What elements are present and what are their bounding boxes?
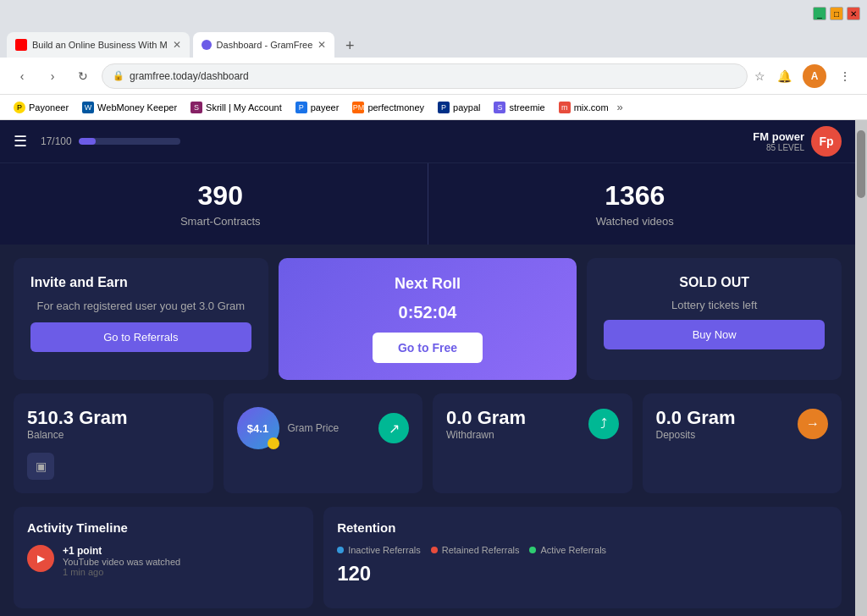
cards-section: Invite and Earn For each registered user… xyxy=(0,245,855,393)
new-tab-button[interactable]: + xyxy=(338,34,362,58)
bookmark-skrill[interactable]: S Skrill | My Account xyxy=(185,100,287,115)
close-button[interactable]: ✕ xyxy=(847,7,860,20)
legend-retained: Retained Referrals xyxy=(431,545,520,555)
mix-icon: m xyxy=(559,102,571,113)
bookmark-payeer-label: payeer xyxy=(311,102,340,113)
minimize-button[interactable]: _ xyxy=(813,7,826,20)
bookmark-perfectmoney[interactable]: PM perfectmoney xyxy=(347,100,429,115)
forward-button[interactable]: › xyxy=(41,64,64,88)
balance-label: Balance xyxy=(27,429,128,441)
stats-row: 390 Smart-Contracts 1366 Watched videos xyxy=(0,162,855,245)
tab-youtube-close[interactable]: ✕ xyxy=(173,39,181,51)
go-to-referrals-button[interactable]: Go to Referrals xyxy=(30,322,251,352)
bookmark-mix-label: mix.com xyxy=(574,102,609,113)
bookmark-pm-label: perfectmoney xyxy=(367,102,424,113)
fm-power-text: FM power 85 LEVEL xyxy=(753,130,804,152)
lock-icon: 🔒 xyxy=(113,70,124,81)
bookmark-paypal-label: paypal xyxy=(453,102,480,113)
sold-out-card: SOLD OUT Lottery tickets left Buy Now xyxy=(587,258,842,380)
stat-watched-videos: 1366 Watched videos xyxy=(428,163,842,245)
bookmark-payeer[interactable]: P payeer xyxy=(290,100,345,115)
go-to-free-button[interactable]: Go to Free xyxy=(373,333,483,363)
active-dot xyxy=(529,547,536,553)
bookmark-paypal[interactable]: P paypal xyxy=(433,100,485,115)
stat-smart-contracts: 390 Smart-Contracts xyxy=(14,163,428,245)
fm-power-level: 85 LEVEL xyxy=(753,143,804,152)
deposits-amount: 0.0 Gram xyxy=(656,407,736,429)
back-button[interactable]: ‹ xyxy=(10,64,34,88)
deposits-card: 0.0 Gram Deposits → xyxy=(643,393,842,493)
tab-youtube[interactable]: Build an Online Business With M ✕ xyxy=(7,32,190,58)
gram-price-amount: $4.1 xyxy=(247,422,268,435)
bookmark-payoneer[interactable]: P Payoneer xyxy=(8,100,74,115)
top-nav: ☰ 17/100 FM power 85 LEVEL Fp xyxy=(0,120,855,162)
gram-price-label: Gram Price xyxy=(288,422,340,434)
gram-price-card: $4.1 Gram Price ↗ xyxy=(224,393,423,493)
tab-gramfree-label: Dashboard - GramFree xyxy=(217,40,313,50)
next-roll-card: Next Roll 0:52:04 Go to Free xyxy=(279,258,577,380)
nav-bar: ‹ › ↻ 🔒 gramfree.today/dashboard ☆ 🔔 A ⋮ xyxy=(0,58,867,95)
withdrawn-label: Withdrawn xyxy=(446,429,526,441)
deposits-inner: 0.0 Gram Deposits → xyxy=(656,407,829,441)
active-label: Active Referrals xyxy=(540,545,606,555)
profile-avatar[interactable]: A xyxy=(803,64,826,88)
invite-earn-card: Invite and Earn For each registered user… xyxy=(14,258,268,380)
payeer-icon: P xyxy=(295,102,307,113)
skrill-icon: S xyxy=(191,102,202,113)
menu-button[interactable]: ⋮ xyxy=(833,64,857,88)
bookmark-mix[interactable]: m mix.com xyxy=(554,100,614,115)
fm-power-title: FM power xyxy=(753,130,804,143)
activity-entry-text: +1 point YouTube video was watched 1 min… xyxy=(63,545,180,577)
deposits-label: Deposits xyxy=(656,429,736,441)
bookmark-streemie[interactable]: S streemie xyxy=(489,100,549,115)
retained-label: Retained Referrals xyxy=(442,545,520,555)
invite-earn-title: Invite and Earn xyxy=(30,275,251,290)
tab-gramfree-close[interactable]: ✕ xyxy=(318,39,326,51)
scrollbar-thumb[interactable] xyxy=(857,130,865,198)
retained-dot xyxy=(431,547,438,553)
progress-label: 17/100 xyxy=(41,135,72,147)
gram-price-inner: $4.1 Gram Price ↗ xyxy=(237,407,410,449)
activity-time: 1 min ago xyxy=(63,567,180,577)
legend-active: Active Referrals xyxy=(529,545,606,555)
reload-button[interactable]: ↻ xyxy=(71,64,95,88)
payoneer-icon: P xyxy=(14,102,25,113)
activity-timeline-title: Activity Timeline xyxy=(27,520,300,535)
scrollbar-track[interactable] xyxy=(855,120,867,616)
bookmark-webmoney[interactable]: W WebMoney Keeper xyxy=(77,100,182,115)
extensions-button[interactable]: 🔔 xyxy=(772,64,796,88)
address-text: gramfree.today/dashboard xyxy=(130,70,249,82)
maximize-button[interactable]: □ xyxy=(830,7,843,20)
sold-out-description: Lottery tickets left xyxy=(671,299,757,311)
fp-avatar-initials: Fp xyxy=(819,135,833,148)
bookmark-star-button[interactable]: ☆ xyxy=(754,69,765,83)
gram-price-circle: $4.1 xyxy=(237,407,279,449)
activity-points: +1 point xyxy=(63,545,180,557)
watched-videos-number: 1366 xyxy=(428,180,842,212)
invite-earn-description: For each registered user you get 3.0 Gra… xyxy=(30,299,251,314)
youtube-favicon xyxy=(15,39,27,51)
more-bookmarks-button[interactable]: » xyxy=(617,101,623,113)
dashboard: ☰ 17/100 FM power 85 LEVEL Fp xyxy=(0,120,855,616)
progress-section: 17/100 xyxy=(41,135,739,147)
progress-bar-fill xyxy=(79,138,96,145)
balance-amount: 510.3 Gram xyxy=(27,407,128,429)
buy-now-button[interactable]: Buy Now xyxy=(604,320,825,349)
fm-power-section: FM power 85 LEVEL Fp xyxy=(753,126,842,157)
inactive-dot xyxy=(337,547,344,553)
bookmark-streemie-label: streemie xyxy=(509,102,544,113)
hamburger-menu[interactable]: ☰ xyxy=(14,132,27,151)
next-roll-title: Next Roll xyxy=(395,275,461,293)
withdrawn-inner: 0.0 Gram Withdrawn ⤴ xyxy=(446,407,619,441)
tab-gramfree[interactable]: Dashboard - GramFree ✕ xyxy=(193,32,335,58)
deposits-icon: → xyxy=(798,409,828,439)
activity-description: YouTube video was watched xyxy=(63,557,180,567)
progress-bar-background xyxy=(79,138,180,145)
streemie-icon: S xyxy=(494,102,505,113)
address-bar[interactable]: 🔒 gramfree.today/dashboard xyxy=(102,63,748,89)
fp-avatar[interactable]: Fp xyxy=(811,126,842,157)
browser-frame: _ □ ✕ Build an Online Business With M ✕ … xyxy=(0,0,867,616)
gramfree-favicon xyxy=(202,40,212,50)
bookmark-skrill-label: Skrill | My Account xyxy=(206,102,282,113)
retention-card: Retention Inactive Referrals Retained Re… xyxy=(323,507,842,608)
